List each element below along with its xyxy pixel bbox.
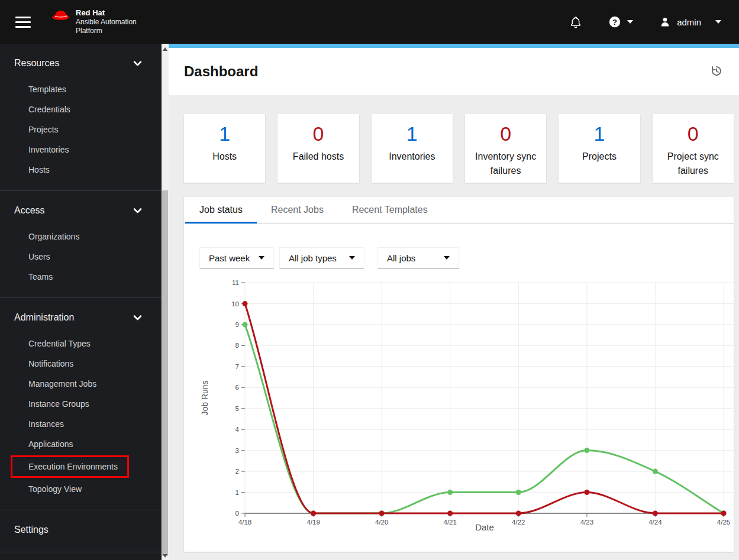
sidebar-item-instances[interactable]: Instances (0, 414, 162, 434)
sidebar-item-instance-groups[interactable]: Instance Groups (0, 394, 162, 414)
sidebar-item-users[interactable]: Users (0, 247, 162, 267)
sidebar-item-applications[interactable]: Applications (0, 434, 162, 454)
summary-card-failed-hosts: 0Failed hosts (277, 114, 359, 183)
sidebar-nav: ResourcesTemplatesCredentialsProjectsInv… (0, 44, 162, 560)
svg-text:4/22: 4/22 (512, 519, 525, 526)
sidebar-section-toggle-administration[interactable]: Administration (0, 306, 162, 329)
hamburger-icon[interactable] (15, 17, 31, 28)
chevron-down-icon (133, 315, 142, 321)
job-status-chart: 012345678910114/184/194/204/214/224/234/… (199, 272, 734, 546)
sidebar-item-topology-view[interactable]: Topology View (0, 479, 162, 499)
caret-down-icon (444, 256, 450, 260)
scroll-up-icon[interactable] (163, 47, 167, 51)
highlight-box: Execution Environments (11, 455, 129, 478)
svg-text:3: 3 (235, 447, 239, 454)
section-items: TemplatesCredentialsProjectsInventoriesH… (0, 79, 162, 180)
brand-text: Red Hat Ansible Automation Platform (76, 8, 137, 35)
svg-text:10: 10 (231, 300, 239, 307)
sidebar-item-credential-types[interactable]: Credential Types (0, 334, 162, 354)
brand-logo[interactable]: Red Hat Ansible Automation Platform (51, 8, 137, 35)
caret-down-icon (627, 20, 633, 24)
caret-down-icon (259, 256, 264, 260)
sidebar-item-notifications[interactable]: Notifications (0, 354, 162, 374)
svg-text:4/20: 4/20 (375, 519, 388, 526)
line-chart-svg: 012345678910114/184/194/204/214/224/234/… (199, 272, 739, 544)
summary-card-projects: 1Projects (559, 114, 640, 183)
panel-tabs: Job statusRecent JobsRecent Templates (184, 197, 734, 224)
help-menu-button[interactable]: ? (608, 15, 633, 28)
summary-cards: 1Hosts0Failed hosts1Inventories0Inventor… (184, 114, 734, 183)
username: admin (677, 17, 701, 27)
sidebar-section-toggle-settings[interactable]: Settings (0, 519, 162, 541)
tab-job-status[interactable]: Job status (185, 197, 257, 224)
sidebar-section-toggle-access[interactable]: Access (0, 199, 162, 222)
sidebar-section-administration: AdministrationCredential TypesNotificati… (0, 298, 162, 510)
sidebar-section-resources: ResourcesTemplatesCredentialsProjectsInv… (0, 44, 162, 191)
card-value-inventory-sync-failures[interactable]: 0 (500, 121, 511, 147)
filter-value: Past week (209, 253, 250, 263)
tab-recent-templates[interactable]: Recent Templates (338, 197, 442, 224)
sidebar-item-inventories[interactable]: Inventories (0, 140, 162, 160)
sidebar-item-management-jobs[interactable]: Management Jobs (0, 374, 162, 394)
card-label: Inventories (389, 150, 435, 164)
sidebar-section-toggle-resources[interactable]: Resources (0, 52, 162, 75)
svg-text:4/19: 4/19 (306, 519, 320, 526)
card-value-inventories[interactable]: 1 (406, 121, 418, 147)
svg-text:7: 7 (235, 363, 239, 370)
question-circle-icon: ? (608, 15, 621, 28)
sidebar-scrollbar[interactable] (162, 44, 169, 560)
sidebar-item-teams[interactable]: Teams (0, 267, 162, 287)
brand-line3: Platform (76, 27, 137, 35)
chart-filters: Past weekAll job typesAll jobs (199, 247, 734, 268)
sidebar-item-hosts[interactable]: Hosts (0, 160, 162, 180)
brand-line1: Red Hat (76, 8, 137, 18)
filter-value: All job types (289, 253, 337, 263)
svg-text:4/23: 4/23 (580, 519, 593, 526)
svg-text:0: 0 (235, 510, 239, 517)
card-value-failed-hosts[interactable]: 0 (313, 121, 324, 147)
svg-text:5: 5 (235, 405, 239, 412)
filter-select-past-week[interactable]: Past week (199, 247, 274, 268)
history-icon (711, 65, 722, 77)
tab-recent-jobs[interactable]: Recent Jobs (257, 197, 338, 224)
user-menu-button[interactable]: admin (659, 16, 721, 28)
svg-text:4/25: 4/25 (717, 519, 730, 526)
card-label: Project sync failures (657, 150, 729, 178)
sidebar-item-credentials[interactable]: Credentials (0, 99, 162, 119)
sidebar-item-projects[interactable]: Projects (0, 119, 162, 140)
section-items: OrganizationsUsersTeams (0, 226, 162, 287)
summary-card-project-sync-failures: 0Project sync failures (653, 114, 734, 183)
card-label: Inventory sync failures (470, 150, 542, 178)
svg-text:11: 11 (232, 279, 239, 286)
summary-card-inventory-sync-failures: 0Inventory sync failures (465, 114, 546, 183)
card-label: Failed hosts (293, 150, 344, 164)
filter-select-all-job-types[interactable]: All job types (279, 247, 364, 268)
scroll-down-icon[interactable] (163, 554, 167, 558)
card-label: Projects (582, 150, 617, 164)
card-value-projects[interactable]: 1 (594, 121, 605, 147)
scrollbar-thumb[interactable] (162, 190, 168, 556)
svg-text:4: 4 (235, 426, 240, 433)
app-layout: ResourcesTemplatesCredentialsProjectsInv… (0, 44, 739, 560)
notifications-button[interactable] (569, 15, 582, 28)
bell-icon (569, 15, 582, 28)
masthead: Red Hat Ansible Automation Platform ? ad… (0, 0, 739, 44)
section-label: Administration (14, 312, 74, 323)
section-label: Settings (14, 525, 49, 535)
svg-text:4/21: 4/21 (444, 519, 457, 526)
card-value-hosts[interactable]: 1 (219, 121, 230, 147)
card-value-project-sync-failures[interactable]: 0 (688, 121, 699, 147)
filter-select-all-jobs[interactable]: All jobs (377, 247, 459, 268)
sidebar-item-organizations[interactable]: Organizations (0, 226, 162, 247)
filter-value: All jobs (387, 253, 415, 263)
dashboard-content: 1Hosts0Failed hosts1Inventories0Inventor… (169, 95, 739, 552)
svg-text:8: 8 (235, 342, 239, 349)
sidebar-item-execution-environments[interactable]: Execution Environments (12, 457, 127, 476)
history-button[interactable] (709, 64, 724, 80)
main-area: Dashboard 1Hosts0Failed hosts1Inventorie… (169, 44, 739, 560)
svg-text:4/18: 4/18 (238, 519, 251, 526)
summary-card-hosts: 1Hosts (184, 114, 265, 183)
sidebar-item-templates[interactable]: Templates (0, 79, 162, 99)
sidebar-section-settings: Settings (0, 510, 162, 552)
page-header: Dashboard (169, 48, 739, 95)
